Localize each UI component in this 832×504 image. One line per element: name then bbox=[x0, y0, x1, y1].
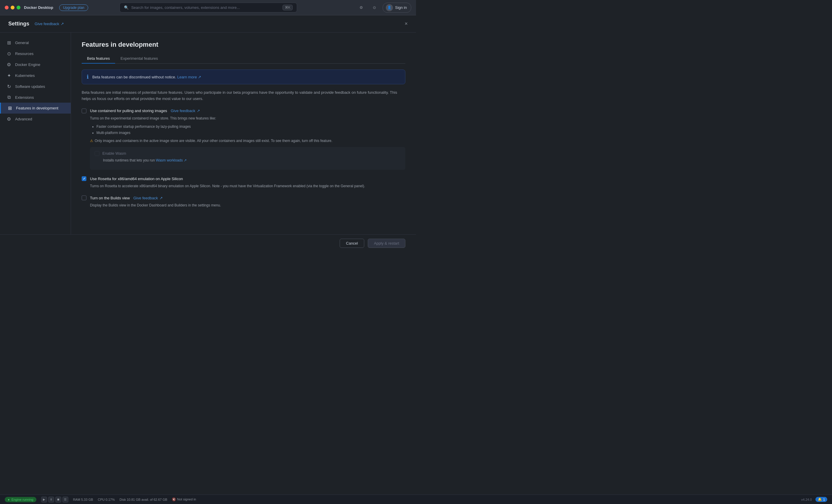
sign-in-label: Sign in bbox=[395, 5, 407, 10]
sidebar-label-kubernetes: Kubernetes bbox=[15, 73, 35, 78]
settings-gear-icon[interactable]: ⚙ bbox=[357, 3, 366, 12]
docker-engine-icon: ⚙ bbox=[6, 62, 12, 68]
sidebar-label-general: General bbox=[15, 41, 29, 45]
rosetta-desc: Turns on Rosetta to accelerate x86/amd64… bbox=[90, 183, 405, 189]
enable-wasm-checkbox[interactable] bbox=[95, 151, 99, 156]
search-icon: 🔍 bbox=[124, 5, 129, 10]
feature-builds-view: Turn on the Builds view Give feedback ↗ … bbox=[82, 195, 405, 208]
sidebar-item-advanced[interactable]: ⚙ Advanced bbox=[0, 113, 71, 125]
info-banner: ℹ Beta features can be discontinued with… bbox=[82, 70, 405, 84]
containerd-checkbox[interactable] bbox=[82, 109, 86, 113]
close-settings-button[interactable]: × bbox=[405, 21, 408, 27]
apply-restart-button[interactable]: Apply & restart bbox=[368, 239, 405, 248]
app-name: Docker Desktop bbox=[24, 5, 53, 10]
external-link-icon: ↗ bbox=[159, 196, 163, 200]
settings-title: Settings bbox=[8, 21, 29, 27]
sidebar-label-software-updates: Software updates bbox=[15, 84, 45, 89]
sidebar-item-docker-engine[interactable]: ⚙ Docker Engine bbox=[0, 59, 71, 70]
settings-header: Settings Give feedback ↗ × bbox=[0, 16, 416, 32]
enable-wasm-header: Enable Wasm bbox=[95, 151, 400, 156]
feature-builds-view-header: Turn on the Builds view Give feedback ↗ bbox=[82, 195, 405, 200]
close-window-button[interactable] bbox=[5, 6, 8, 9]
main-layout: ⊞ General ⊙ Resources ⚙ Docker Engine ✦ … bbox=[0, 32, 416, 234]
learn-more-link[interactable]: Learn more ↗ bbox=[177, 75, 201, 79]
warning-icon: ⚠ bbox=[90, 139, 93, 143]
upgrade-plan-button[interactable]: Upgrade plan bbox=[59, 4, 88, 11]
titlebar: Docker Desktop Upgrade plan 🔍 Search for… bbox=[0, 0, 416, 16]
titlebar-right: ⚙ ⊙ 👤 Sign in bbox=[357, 3, 411, 13]
sidebar-label-resources: Resources bbox=[15, 51, 33, 56]
general-icon: ⊞ bbox=[6, 40, 12, 46]
containerd-bullets: Faster container startup performance by … bbox=[97, 124, 405, 136]
feature-containerd-header: Use containerd for pulling and storing i… bbox=[82, 109, 405, 113]
rosetta-label: Use Rosetta for x86/amd64 emulation on A… bbox=[90, 177, 183, 181]
sidebar-label-advanced: Advanced bbox=[15, 117, 32, 121]
sidebar-item-software-updates[interactable]: ↻ Software updates bbox=[0, 81, 71, 92]
wasm-workloads-link[interactable]: Wasm workloads ↗ bbox=[156, 158, 187, 162]
builds-view-checkbox[interactable] bbox=[82, 195, 86, 200]
sidebar-label-extensions: Extensions bbox=[15, 95, 34, 100]
external-link-icon: ↗ bbox=[197, 109, 200, 113]
software-updates-icon: ↻ bbox=[6, 84, 12, 89]
maximize-window-button[interactable] bbox=[17, 6, 20, 9]
sidebar-label-docker-engine: Docker Engine bbox=[15, 62, 40, 67]
preferences-icon[interactable]: ⊙ bbox=[369, 3, 379, 12]
feature-containerd: Use containerd for pulling and storing i… bbox=[82, 109, 405, 170]
give-feedback-label: Give feedback bbox=[35, 22, 59, 26]
enable-wasm-label: Enable Wasm bbox=[102, 151, 126, 156]
builds-view-desc: Display the Builds view in the Docker Da… bbox=[90, 203, 405, 208]
search-placeholder: Search for images, containers, volumes, … bbox=[131, 5, 240, 10]
builds-view-give-feedback-link[interactable]: Give feedback ↗ bbox=[133, 196, 163, 200]
containerd-label: Use containerd for pulling and storing i… bbox=[90, 109, 167, 113]
info-banner-text: Beta features can be discontinued withou… bbox=[92, 75, 201, 79]
sidebar: ⊞ General ⊙ Resources ⚙ Docker Engine ✦ … bbox=[0, 32, 71, 234]
settings-title-row: Settings Give feedback ↗ bbox=[8, 21, 64, 27]
sidebar-item-resources[interactable]: ⊙ Resources bbox=[0, 48, 71, 59]
feature-enable-wasm: Enable Wasm Installs runtimes that lets … bbox=[90, 147, 405, 170]
beta-description: Beta features are initial releases of po… bbox=[82, 89, 405, 102]
bullet-item: Multi-platform images bbox=[97, 130, 405, 136]
external-link-icon: ↗ bbox=[61, 22, 64, 26]
minimize-window-button[interactable] bbox=[11, 6, 15, 9]
content-area: Features in development Beta features Ex… bbox=[71, 32, 416, 234]
kubernetes-icon: ✦ bbox=[6, 73, 12, 78]
containerd-give-feedback-link[interactable]: Give feedback ↗ bbox=[171, 109, 200, 113]
sidebar-item-kubernetes[interactable]: ✦ Kubernetes bbox=[0, 70, 71, 81]
features-in-development-icon: ⊞ bbox=[7, 105, 13, 111]
give-feedback-link[interactable]: Give feedback ↗ bbox=[35, 22, 64, 26]
sidebar-label-features-in-development: Features in development bbox=[16, 106, 58, 110]
avatar: 👤 bbox=[386, 4, 393, 11]
extensions-icon: ⧉ bbox=[6, 95, 12, 100]
resources-icon: ⊙ bbox=[6, 51, 12, 56]
tabs: Beta features Experimental features bbox=[82, 54, 405, 63]
sidebar-item-features-in-development[interactable]: ⊞ Features in development bbox=[0, 103, 71, 113]
info-icon: ℹ bbox=[87, 74, 89, 80]
search-keyboard-shortcut: ⌘K bbox=[283, 5, 293, 10]
rosetta-checkbox[interactable]: ✓ bbox=[82, 176, 86, 181]
sidebar-item-extensions[interactable]: ⧉ Extensions bbox=[0, 92, 71, 103]
containerd-warning: ⚠ Only images and containers in the acti… bbox=[90, 139, 405, 143]
checkmark-icon: ✓ bbox=[83, 177, 85, 181]
sidebar-item-general[interactable]: ⊞ General bbox=[0, 37, 71, 48]
tab-experimental-features[interactable]: Experimental features bbox=[115, 54, 163, 63]
bullet-item: Faster container startup performance by … bbox=[97, 124, 405, 130]
page-title: Features in development bbox=[82, 41, 405, 49]
footer: Cancel Apply & restart bbox=[0, 234, 416, 252]
search-bar[interactable]: 🔍 Search for images, containers, volumes… bbox=[120, 3, 297, 12]
cancel-button[interactable]: Cancel bbox=[340, 239, 364, 248]
enable-wasm-desc: Installs runtimes that lets you run Wasm… bbox=[103, 158, 400, 163]
tab-beta-features[interactable]: Beta features bbox=[82, 54, 115, 63]
feature-rosetta-header: ✓ Use Rosetta for x86/amd64 emulation on… bbox=[82, 176, 405, 181]
advanced-icon: ⚙ bbox=[6, 116, 12, 122]
sign-in-button[interactable]: 👤 Sign in bbox=[383, 3, 411, 13]
containerd-desc: Turns on the experimental containerd ima… bbox=[90, 116, 405, 121]
traffic-lights bbox=[5, 6, 20, 9]
feature-rosetta: ✓ Use Rosetta for x86/amd64 emulation on… bbox=[82, 176, 405, 189]
builds-view-label: Turn on the Builds view bbox=[90, 196, 130, 200]
